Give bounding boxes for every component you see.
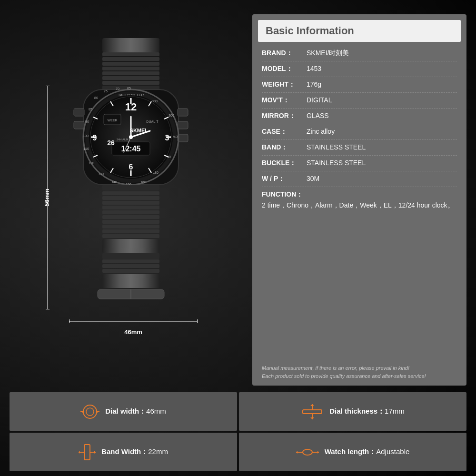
bottom-specs: Dial width：46mm Dial thickness：17mm bbox=[0, 390, 476, 476]
movt-value: DIGITAL bbox=[307, 96, 332, 105]
top-section: 56mm 46mm bbox=[0, 0, 476, 390]
svg-marker-100 bbox=[94, 451, 96, 454]
brand-value: SKMEI/时刻美 bbox=[307, 49, 349, 58]
svg-point-64 bbox=[129, 135, 133, 139]
band-width-value: 22mm bbox=[148, 447, 168, 456]
buckle-value: STAINLESS STEEL bbox=[307, 159, 366, 168]
info-row-band: BAND： STAINLESS STEEL bbox=[262, 140, 457, 156]
buckle-label: BUCKLE： bbox=[262, 159, 305, 168]
watch-length-value: Adjustable bbox=[376, 447, 409, 456]
svg-rect-69 bbox=[102, 201, 159, 205]
band-value: STAINLESS STEEL bbox=[307, 143, 366, 152]
spec-band-width: Band Width：22mm bbox=[10, 433, 237, 471]
svg-rect-76 bbox=[102, 234, 159, 238]
svg-rect-81 bbox=[102, 269, 159, 273]
svg-text:24H ALM: 24H ALM bbox=[117, 138, 129, 141]
note-line1: Manual measurement, if there is an error… bbox=[262, 364, 457, 372]
wp-label: W / P： bbox=[262, 175, 305, 183]
watch-length-icon bbox=[296, 445, 319, 460]
svg-rect-78 bbox=[102, 253, 159, 259]
svg-text:70: 70 bbox=[116, 87, 119, 90]
spec-dial-width: Dial width：46mm bbox=[10, 392, 237, 431]
spec-dial-thickness: Dial thickness：17mm bbox=[239, 392, 466, 431]
svg-rect-5 bbox=[102, 71, 159, 75]
band-label: BAND： bbox=[262, 143, 305, 152]
svg-rect-82 bbox=[102, 274, 159, 288]
info-title-text: Basic Information bbox=[266, 25, 354, 37]
watch-area: 56mm 46mm bbox=[10, 14, 243, 386]
svg-rect-80 bbox=[102, 264, 159, 268]
svg-rect-11 bbox=[74, 121, 84, 129]
svg-rect-67 bbox=[102, 191, 159, 195]
svg-rect-74 bbox=[102, 225, 159, 228]
svg-text:140: 140 bbox=[111, 180, 117, 184]
svg-rect-96 bbox=[84, 445, 90, 460]
mirror-value: GLASS bbox=[307, 112, 329, 120]
info-rows: BRAND： SKMEI/时刻美 MODEL： 1453 WEIGHT： 176… bbox=[252, 42, 466, 360]
svg-marker-89 bbox=[81, 410, 83, 413]
svg-rect-66 bbox=[102, 185, 159, 190]
watch-illustration: TACHYMETER 400 300 240 200 180 160 150 1… bbox=[50, 38, 212, 314]
weight-label: WEIGHT： bbox=[262, 80, 305, 89]
info-row-function: FUNCTION： 2 time，Chrono，Alarm，Date，Week，… bbox=[262, 187, 457, 214]
svg-text:130: 130 bbox=[98, 172, 104, 176]
svg-point-86 bbox=[86, 408, 94, 416]
band-width-icon bbox=[79, 443, 96, 462]
svg-text:DUAL-T: DUAL-T bbox=[146, 120, 159, 123]
svg-rect-91 bbox=[303, 410, 322, 414]
width-label: 46mm bbox=[124, 328, 142, 336]
svg-rect-1 bbox=[102, 52, 159, 56]
svg-marker-95 bbox=[310, 417, 314, 419]
svg-text:120: 120 bbox=[89, 161, 94, 165]
dial-thickness-label: Dial thickness：17mm bbox=[329, 407, 405, 416]
width-dimension: 46mm bbox=[69, 317, 198, 326]
svg-rect-70 bbox=[102, 206, 159, 209]
watch-length-label-text: Watch length： bbox=[325, 447, 377, 456]
svg-text:65: 65 bbox=[127, 87, 131, 90]
info-row-wp: W / P： 30M bbox=[262, 171, 457, 187]
spec-watch-length: Watch length：Adjustable bbox=[239, 433, 466, 471]
dial-width-value: 46mm bbox=[146, 407, 166, 415]
svg-text:6: 6 bbox=[129, 163, 133, 171]
svg-point-85 bbox=[83, 405, 97, 418]
weight-value: 176g bbox=[307, 80, 321, 89]
info-row-movt: MOV'T： DIGITAL bbox=[262, 93, 457, 109]
brand-label: BRAND： bbox=[262, 49, 305, 58]
svg-marker-99 bbox=[79, 451, 80, 454]
svg-text:80: 80 bbox=[94, 96, 98, 99]
svg-text:9: 9 bbox=[93, 134, 97, 142]
info-row-buckle: BUCKLE： STAINLESS STEEL bbox=[262, 156, 457, 171]
svg-rect-79 bbox=[102, 259, 159, 263]
svg-text:85: 85 bbox=[89, 108, 92, 111]
svg-text:12: 12 bbox=[125, 101, 137, 113]
svg-rect-13 bbox=[178, 121, 188, 129]
svg-marker-104 bbox=[296, 451, 298, 454]
svg-rect-75 bbox=[102, 229, 159, 233]
dial-width-label: Dial width：46mm bbox=[105, 407, 166, 416]
svg-text:300: 300 bbox=[169, 114, 174, 117]
svg-rect-68 bbox=[102, 196, 159, 200]
band-width-label-text: Band Width： bbox=[101, 447, 148, 456]
svg-rect-2 bbox=[102, 57, 159, 61]
svg-text:WEEK: WEEK bbox=[108, 119, 118, 122]
svg-rect-6 bbox=[102, 76, 159, 80]
dial-thickness-label-text: Dial thickness： bbox=[329, 407, 385, 415]
watch-length-label: Watch length：Adjustable bbox=[325, 447, 410, 456]
wp-value: 30M bbox=[307, 175, 319, 183]
svg-rect-3 bbox=[102, 62, 159, 66]
info-row-brand: BRAND： SKMEI/时刻美 bbox=[262, 46, 457, 61]
svg-rect-12 bbox=[178, 109, 188, 116]
movt-label: MOV'T： bbox=[262, 96, 305, 105]
svg-rect-7 bbox=[102, 81, 159, 85]
svg-text:160: 160 bbox=[140, 180, 146, 184]
main-container: 56mm 46mm bbox=[0, 0, 476, 476]
svg-text:90: 90 bbox=[85, 120, 89, 123]
svg-rect-0 bbox=[102, 38, 159, 52]
model-label: MODEL： bbox=[262, 65, 305, 73]
dial-width-icon bbox=[80, 403, 99, 420]
svg-marker-90 bbox=[97, 410, 99, 413]
svg-text:26: 26 bbox=[107, 139, 115, 147]
svg-rect-73 bbox=[102, 220, 159, 224]
svg-text:3: 3 bbox=[165, 134, 169, 142]
function-value: 2 time，Chrono，Alarm，Date，Week，EL，12/24 h… bbox=[262, 201, 457, 210]
